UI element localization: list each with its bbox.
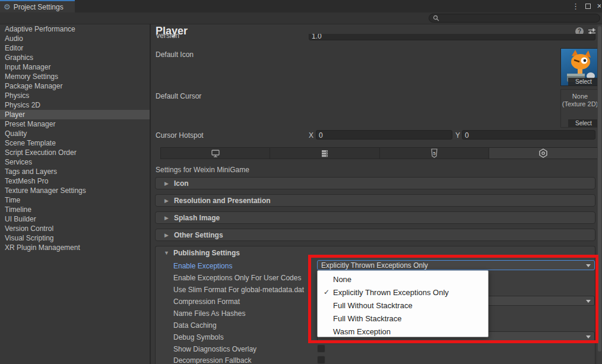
panel-divider bbox=[150, 24, 151, 364]
scrollbar-thumb[interactable] bbox=[598, 26, 601, 352]
cursor-value-line1: None bbox=[561, 93, 599, 100]
hotspot-x-input[interactable]: 0 bbox=[316, 130, 452, 140]
data-caching-label: Data Caching bbox=[173, 321, 217, 330]
decompression-fallback-label: Decompression Fallback bbox=[173, 356, 251, 364]
maximize-icon[interactable] bbox=[585, 4, 591, 9]
hotspot-y-input[interactable]: 0 bbox=[462, 130, 595, 140]
window-tab-bar: ⚙ Project Settings ⋮ ✕ bbox=[0, 0, 602, 12]
enable-exceptions-dropdown-menu: None ✓ Explicitly Thrown Exceptions Only… bbox=[317, 270, 489, 337]
sidebar-item-physics[interactable]: Physics bbox=[0, 91, 150, 100]
menu-item-label: Full With Stacktrace bbox=[333, 314, 402, 323]
kebab-menu-icon[interactable]: ⋮ bbox=[572, 2, 579, 11]
sidebar-item-timeline[interactable]: Timeline bbox=[0, 205, 150, 214]
window-title: Project Settings bbox=[14, 3, 64, 11]
settings-category-list: Adaptive Performance Audio Editor Graphi… bbox=[0, 24, 150, 364]
menu-item-label: None bbox=[333, 275, 351, 284]
sidebar-item-script-execution-order[interactable]: Script Execution Order bbox=[0, 148, 150, 157]
show-diagnostics-overlay-checkbox[interactable] bbox=[317, 344, 325, 353]
debug-symbols-label: Debug Symbols bbox=[173, 333, 224, 341]
section-title: Publishing Settings bbox=[173, 249, 240, 257]
menu-item-label: Full Without Stacktrace bbox=[333, 301, 413, 310]
enable-exceptions-label: Enable Exceptions bbox=[173, 262, 232, 270]
dropdown-value: Explicitly Thrown Exceptions Only bbox=[321, 261, 428, 270]
platform-tab-weixin-minigame[interactable] bbox=[489, 148, 598, 159]
toolbar bbox=[0, 12, 602, 24]
menu-item-none[interactable]: None bbox=[318, 273, 488, 286]
sidebar-item-xr-plugin-management[interactable]: XR Plugin Management bbox=[0, 243, 150, 252]
check-icon: ✓ bbox=[318, 288, 333, 296]
section-resolution-and-presentation[interactable]: ▶ Resolution and Presentation bbox=[155, 194, 595, 207]
sidebar-item-package-manager[interactable]: Package Manager bbox=[0, 81, 150, 91]
sidebar-item-time[interactable]: Time bbox=[0, 195, 150, 205]
gear-icon: ⚙ bbox=[4, 3, 11, 11]
sidebar-item-tags-and-layers[interactable]: Tags and Layers bbox=[0, 167, 150, 176]
section-splash-image[interactable]: ▶ Splash Image bbox=[155, 211, 595, 224]
enable-exceptions-dropdown[interactable]: Explicitly Thrown Exceptions Only bbox=[317, 260, 595, 270]
sidebar-item-texture-manager-settings[interactable]: Texture Manager Settings bbox=[0, 186, 150, 195]
project-settings-window: ⚙ Project Settings ⋮ ✕ Adaptive Performa… bbox=[0, 0, 602, 364]
section-title: Splash Image bbox=[174, 214, 220, 222]
menu-item-label: Explicitly Thrown Exceptions Only bbox=[333, 288, 449, 297]
default-cursor-picker[interactable]: None (Texture 2D) Select bbox=[560, 89, 600, 128]
decompression-fallback-checkbox[interactable] bbox=[317, 356, 325, 364]
dedicated-server-platform-icon bbox=[320, 149, 329, 158]
menu-item-full-without-stacktrace[interactable]: Full Without Stacktrace bbox=[318, 299, 488, 312]
tab-project-settings[interactable]: ⚙ Project Settings bbox=[0, 0, 75, 12]
sidebar-item-ui-builder[interactable]: UI Builder bbox=[0, 214, 150, 224]
platform-tab-bar: 5 bbox=[160, 147, 598, 159]
hotspot-y-label: Y bbox=[455, 131, 460, 140]
version-label: Version bbox=[156, 34, 179, 40]
section-title: Resolution and Presentation bbox=[174, 197, 271, 205]
default-cursor-select-button[interactable]: Select bbox=[568, 119, 599, 127]
sidebar-item-player[interactable]: Player bbox=[0, 110, 150, 119]
chevron-right-icon: ▶ bbox=[164, 232, 169, 238]
menu-item-label: Wasm Exception bbox=[333, 327, 391, 336]
menu-item-wasm-exception[interactable]: Wasm Exception bbox=[318, 325, 488, 338]
window-controls: ⋮ ✕ bbox=[572, 0, 602, 12]
settings-for-caption: Settings for Weixin MiniGame bbox=[156, 166, 249, 174]
chevron-down-icon: ▼ bbox=[164, 250, 169, 256]
default-icon-label: Default Icon bbox=[156, 50, 194, 59]
chevron-right-icon: ▶ bbox=[164, 181, 169, 186]
section-icon[interactable]: ▶ Icon bbox=[155, 177, 595, 189]
compression-format-label: Compression Format bbox=[173, 297, 240, 306]
section-other-settings[interactable]: ▶ Other Settings bbox=[155, 229, 595, 241]
vertical-scrollbar[interactable] bbox=[597, 24, 602, 364]
sidebar-item-services[interactable]: Services bbox=[0, 157, 150, 167]
sidebar-item-textmesh-pro[interactable]: TextMesh Pro bbox=[0, 176, 150, 186]
section-title: Other Settings bbox=[174, 231, 223, 239]
default-icon-select-button[interactable]: Select bbox=[568, 78, 599, 86]
close-icon[interactable]: ✕ bbox=[597, 2, 601, 10]
name-files-as-hashes-label: Name Files As Hashes bbox=[173, 309, 245, 318]
sidebar-item-scene-template[interactable]: Scene Template bbox=[0, 138, 150, 148]
default-icon-thumbnail[interactable]: Select bbox=[560, 48, 600, 86]
publishing-settings-header[interactable]: ▼ Publishing Settings bbox=[164, 249, 240, 257]
show-diagnostics-overlay-label: Show Diagnostics Overlay bbox=[173, 345, 256, 353]
menu-item-explicitly-thrown-exceptions-only[interactable]: ✓ Explicitly Thrown Exceptions Only bbox=[318, 286, 488, 299]
sidebar-item-graphics[interactable]: Graphics bbox=[0, 53, 150, 62]
platform-tab-webgl[interactable]: 5 bbox=[380, 148, 489, 159]
sidebar-item-input-manager[interactable]: Input Manager bbox=[0, 62, 150, 72]
webgl-platform-icon: 5 bbox=[430, 148, 438, 158]
platform-tab-dedicated-server[interactable] bbox=[270, 148, 379, 159]
sidebar-item-visual-scripting[interactable]: Visual Scripting bbox=[0, 233, 150, 243]
sidebar-item-memory-settings[interactable]: Memory Settings bbox=[0, 72, 150, 81]
chevron-down-icon bbox=[586, 264, 591, 267]
cursor-value-line2: (Texture 2D) bbox=[561, 100, 599, 107]
chevron-down-icon bbox=[586, 335, 591, 338]
sidebar-item-physics-2d[interactable]: Physics 2D bbox=[0, 100, 150, 110]
sidebar-item-adaptive-performance[interactable]: Adaptive Performance bbox=[0, 24, 150, 34]
sidebar-item-editor[interactable]: Editor bbox=[0, 43, 150, 53]
version-input[interactable]: 1.0 bbox=[309, 34, 595, 40]
platform-tab-desktop[interactable] bbox=[161, 148, 270, 159]
search-input[interactable] bbox=[429, 14, 600, 23]
sidebar-item-quality[interactable]: Quality bbox=[0, 129, 150, 138]
search-icon bbox=[433, 15, 439, 21]
sidebar-item-audio[interactable]: Audio bbox=[0, 34, 150, 43]
default-cursor-label: Default Cursor bbox=[156, 92, 201, 100]
sidebar-item-preset-manager[interactable]: Preset Manager bbox=[0, 119, 150, 129]
svg-text:5: 5 bbox=[433, 151, 436, 156]
chevron-right-icon: ▶ bbox=[164, 215, 169, 221]
menu-item-full-with-stacktrace[interactable]: Full With Stacktrace bbox=[318, 312, 488, 325]
sidebar-item-version-control[interactable]: Version Control bbox=[0, 224, 150, 233]
